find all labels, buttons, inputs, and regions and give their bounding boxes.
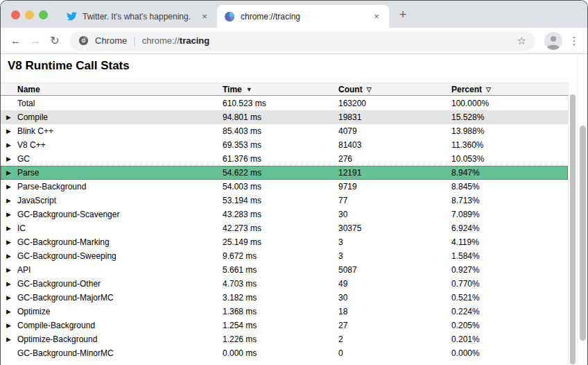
row-count: 18 <box>338 307 347 316</box>
row-name: GC-Background-Sweeping <box>17 251 116 261</box>
row-name: Compile <box>17 112 48 122</box>
table-body: Total 610.523 ms 163200 100.000% ▶ Compi… <box>1 96 568 360</box>
row-name: GC-Background-Other <box>17 279 101 289</box>
forward-icon[interactable]: → <box>26 31 45 51</box>
table-row[interactable]: Total 610.523 ms 163200 100.000% <box>1 96 568 110</box>
table-row[interactable]: ▶ Optimize-Background 1.226 ms 2 0.201% <box>1 332 568 346</box>
table-row[interactable]: ▶ Parse-Background 54.003 ms 9719 8.845% <box>1 180 568 194</box>
url-separator: | <box>133 35 135 46</box>
table-row[interactable]: ▶ Optimize 1.368 ms 18 0.224% <box>1 305 568 319</box>
bookmark-star-icon[interactable]: ☆ <box>517 35 526 47</box>
row-percent: 4.119% <box>451 237 479 247</box>
expand-arrow-icon[interactable]: ▶ <box>6 128 11 135</box>
profile-avatar[interactable] <box>544 32 562 50</box>
row-percent: 10.053% <box>451 154 484 164</box>
table-scrollbar[interactable] <box>568 83 577 365</box>
row-count: 12191 <box>338 168 361 178</box>
browser-toolbar: ← → ↻ Chrome | chrome://tracing ☆ <box>1 28 587 54</box>
row-name: Compile-Background <box>17 321 95 330</box>
table-row[interactable]: ▶ GC-Background-MajorMC 3.182 ms 30 0.52… <box>1 291 568 305</box>
table-row[interactable]: ▶ API 5.661 ms 5087 0.927% <box>1 263 568 277</box>
page-scrollbar-thumb[interactable] <box>580 126 586 341</box>
row-percent: 13.988% <box>451 126 484 136</box>
expand-arrow-icon[interactable]: ▶ <box>6 169 11 176</box>
row-count: 0 <box>338 348 343 358</box>
tab-close-icon[interactable]: × <box>371 11 382 22</box>
expand-arrow-icon[interactable]: ▶ <box>6 322 11 329</box>
table-row[interactable]: ▶ GC-Background-Marking 25.149 ms 3 4.11… <box>1 235 568 249</box>
window-close-button[interactable] <box>11 10 20 19</box>
row-time: 1.226 ms <box>223 334 257 344</box>
row-count: 276 <box>338 154 352 164</box>
window-maximize-button[interactable] <box>39 10 48 19</box>
table-row[interactable]: ▶ GC 61.376 ms 276 10.053% <box>1 152 568 166</box>
row-name: Parse <box>17 168 39 178</box>
expand-arrow-icon[interactable]: ▶ <box>6 211 11 218</box>
row-percent: 11.360% <box>451 140 483 150</box>
row-time: 610.523 ms <box>223 99 266 108</box>
table-row[interactable]: ▶ IC 42.273 ms 30375 6.924% <box>1 221 568 235</box>
table-row[interactable]: ▶ GC-Background-Sweeping 9.672 ms 3 1.58… <box>1 249 568 263</box>
table-row[interactable]: ▶ GC-Background-Other 4.703 ms 49 0.770% <box>1 277 568 291</box>
table-row[interactable]: ▶ JavaScript 53.194 ms 77 8.713% <box>1 194 568 207</box>
table-row[interactable]: ▶ GC-Background-Scavenger 43.283 ms 30 7… <box>1 207 568 221</box>
expand-arrow-icon[interactable]: ▶ <box>6 294 11 301</box>
row-count: 3 <box>338 237 343 247</box>
tracing-favicon <box>224 11 235 22</box>
expand-arrow-icon[interactable]: ▶ <box>6 336 11 343</box>
tab-twitter[interactable]: Twitter. It's what's happening. × <box>59 5 217 28</box>
table-row[interactable]: GC-Background-MinorMC 0.000 ms 0 0.000% <box>1 346 568 360</box>
row-percent: 100.000% <box>451 99 489 108</box>
row-percent: 0.927% <box>451 265 480 275</box>
table-row[interactable]: ▶ Parse 54.622 ms 12191 8.947% <box>1 166 568 180</box>
row-time: 4.703 ms <box>223 279 257 289</box>
page-scrollbar[interactable] <box>577 55 587 365</box>
expand-arrow-icon[interactable]: ▶ <box>6 308 11 315</box>
expand-arrow-icon[interactable]: ▶ <box>6 197 11 204</box>
window-minimize-button[interactable] <box>25 10 34 19</box>
expand-arrow-icon[interactable]: ▶ <box>6 183 11 190</box>
expand-arrow-icon[interactable]: ▶ <box>6 155 11 162</box>
row-time: 25.149 ms <box>223 237 261 247</box>
row-percent: 0.224% <box>451 307 480 316</box>
expand-arrow-icon[interactable]: ▶ <box>6 114 11 121</box>
address-bar[interactable]: Chrome | chrome://tracing ☆ <box>70 31 535 51</box>
expand-arrow-icon[interactable]: ▶ <box>6 225 11 232</box>
chrome-menu-icon[interactable]: ⋮ <box>567 35 582 47</box>
row-percent: 8.947% <box>451 168 480 178</box>
column-header-name[interactable]: Name <box>17 85 44 94</box>
url-host: tracing <box>180 35 209 46</box>
column-header-percent[interactable]: Percent▽ <box>451 85 491 94</box>
table-row[interactable]: ▶ V8 C++ 69.353 ms 81403 11.360% <box>1 138 568 152</box>
table-row[interactable]: ▶ Blink C++ 85.403 ms 4079 13.988% <box>1 124 568 138</box>
expand-arrow-icon[interactable]: ▶ <box>6 253 11 260</box>
row-count: 2 <box>338 334 343 344</box>
new-tab-button[interactable]: + <box>393 5 413 24</box>
table-row[interactable]: ▶ Compile-Background 1.254 ms 27 0.205% <box>1 319 568 332</box>
browser-window: Twitter. It's what's happening. × chrome… <box>0 0 588 365</box>
row-percent: 0.770% <box>451 279 480 289</box>
row-percent: 7.089% <box>451 210 480 219</box>
expand-arrow-icon[interactable]: ▶ <box>6 239 11 246</box>
row-name: Parse-Background <box>17 182 86 192</box>
traffic-lights <box>11 10 48 19</box>
column-header-time[interactable]: Time▼ <box>223 85 252 94</box>
back-icon[interactable]: ← <box>6 31 26 51</box>
twitter-bird-icon <box>66 11 77 22</box>
tab-tracing[interactable]: chrome://tracing × <box>217 5 389 28</box>
expand-arrow-icon[interactable]: ▶ <box>6 280 11 287</box>
row-percent: 1.584% <box>451 251 480 261</box>
tab-title: Twitter. It's what's happening. <box>83 12 195 22</box>
tab-close-icon[interactable]: × <box>199 11 210 22</box>
table-scrollbar-thumb[interactable] <box>570 94 576 364</box>
column-header-count[interactable]: Count▽ <box>338 85 372 94</box>
expand-arrow-icon[interactable]: ▶ <box>6 142 11 148</box>
row-percent: 0.521% <box>451 293 480 303</box>
reload-icon[interactable]: ↻ <box>45 31 64 51</box>
table-row[interactable]: ▶ Compile 94.801 ms 19831 15.528% <box>1 110 568 124</box>
expand-arrow-icon[interactable]: ▶ <box>6 266 11 273</box>
row-percent: 0.201% <box>451 334 480 344</box>
row-name: GC-Background-MajorMC <box>17 293 114 303</box>
row-percent: 15.528% <box>451 112 484 122</box>
row-count: 30 <box>338 293 347 303</box>
